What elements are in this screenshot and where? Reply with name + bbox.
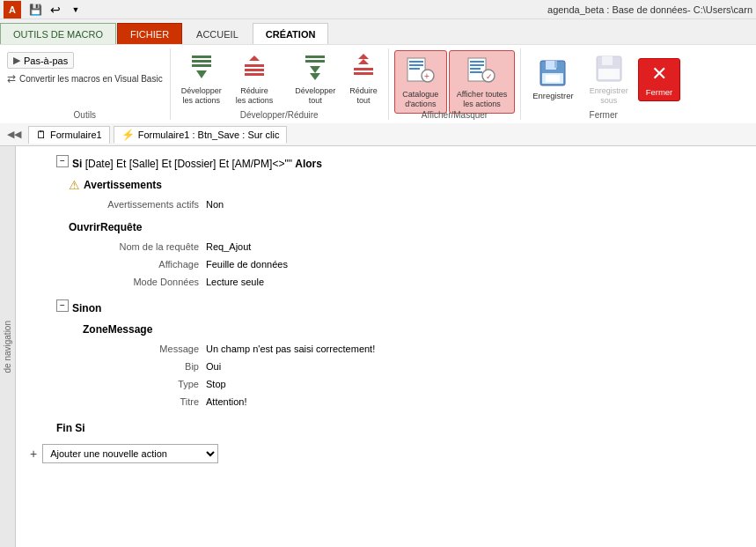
enregistrer-sous-button[interactable]: Enregistrersous [584,50,635,110]
main-area: de navigation − Si [Date] Et [Salle] Et … [0,146,756,547]
ribbon-group-dev-red: Développerles actions Réduireles actions [171,48,389,120]
developper-tout-button[interactable]: Développertout [290,50,341,109]
svg-rect-2 [192,64,211,67]
tab-btn-save[interactable]: ⚡ Formulaire1 : Btn_Save : Sur clic [114,126,288,144]
message-row: Message Un champ n'est pas saisi correct… [30,340,742,358]
svg-marker-3 [196,70,207,78]
afficher-toutes-actions-button[interactable]: ✓ Afficher toutesles actions [449,50,515,114]
add-action-plus-btn[interactable]: + [30,447,37,461]
enregistrer-button[interactable]: Enregistrer [526,55,579,105]
reduire-tout-button[interactable]: Réduiretout [344,50,383,109]
catalogue-actions-button[interactable]: + Catalogued'actions [394,50,447,114]
pas-a-pas-button[interactable]: ▶ Pas-à-pas [7,52,74,69]
sinon-expand-btn[interactable]: − [56,299,69,312]
macro-editor[interactable]: − Si [Date] Et [Salle] Et [Dossier] Et [… [16,146,756,547]
ouvrir-requete-block: OuvrirRequête Nom de la requête Req_Ajou… [30,218,742,291]
type-row: Type Stop [30,375,742,393]
svg-rect-31 [554,61,557,68]
avertissements-label: Avertissements [84,176,162,194]
formulaire1-tab-icon: 🗒 [36,129,47,141]
si-expand-btn[interactable]: − [56,155,69,167]
app-logo: A [4,1,21,18]
zone-message-block: ZoneMessage Message Un champ n'est pas s… [30,321,742,410]
svg-rect-25 [470,68,481,70]
formula-bar: ◀◀ 🗒 Formulaire1 ⚡ Formulaire1 : Btn_Sav… [0,123,756,146]
message-value: Un champ n'est pas saisi correctement! [206,340,375,358]
nav-arrow-left[interactable]: ◀◀ [4,129,25,140]
message-label: Message [30,340,206,358]
svg-rect-7 [245,73,264,76]
titre-label: Titre [30,393,206,410]
avertissements-header: ⚠ Avertissements [30,176,742,194]
fermer-label: Fermer [646,87,673,97]
si-condition: [Date] Et [Salle] Et [Dossier] Et [AM/PM… [82,155,295,173]
convertir-label: Convertir les macros en Visual Basic [19,74,163,84]
tab-fichier[interactable]: FICHIER [117,23,182,44]
developper-tout-icon [304,54,327,85]
developper-actions-icon [190,54,213,85]
svg-rect-6 [245,69,264,71]
avertissements-actifs-value: Non [206,196,224,213]
type-value: Stop [206,375,226,393]
add-action-select[interactable]: Ajouter une nouvelle action [42,444,218,463]
tab-creation-label: CRÉATION [266,29,316,40]
tab-accueil[interactable]: ACCUEIL [183,23,252,44]
enregistrer-label: Enregistrer [532,91,573,100]
svg-text:✓: ✓ [486,72,493,81]
svg-rect-37 [602,70,616,78]
catalogue-icon: + [405,55,437,88]
nom-requete-row: Nom de la requête Req_Ajout [30,238,742,255]
ribbon-group-afficher: + Catalogued'actions ✓ [389,48,521,120]
convertir-button[interactable]: ⇄ Convertir les macros en Visual Basic [7,72,163,85]
side-nav-label: de navigation [3,321,12,373]
fermer-icon: ✕ [651,63,667,85]
si-keyword: Si [72,155,82,173]
tab-creation[interactable]: CRÉATION [253,23,329,44]
tab-formulaire1[interactable]: 🗒 Formulaire1 [28,126,110,144]
convertir-icon: ⇄ [7,72,16,85]
svg-rect-23 [470,61,484,63]
svg-rect-8 [305,55,325,58]
btn-save-tab-label: Formulaire1 : Btn_Save : Sur clic [138,129,280,140]
svg-rect-17 [409,61,423,63]
developper-actions-button[interactable]: Développerles actions [176,50,227,109]
save-qat-btn[interactable]: 💾 [26,1,44,18]
catalogue-label: Catalogued'actions [402,90,438,109]
mode-donnees-value: Lecture seule [206,273,264,291]
bip-value: Oui [206,358,221,375]
mode-donnees-row: Mode Données Lecture seule [30,273,742,291]
svg-rect-19 [409,68,420,70]
avertissements-actifs-row: Avertissements actifs Non [30,196,742,213]
enregistrer-icon [539,59,567,89]
nom-requete-value: Req_Ajout [206,238,251,255]
titre-row: Titre Attention! [30,393,742,410]
svg-rect-0 [192,55,211,58]
titre-value: Attention! [206,393,246,410]
reduire-actions-button[interactable]: Réduireles actions [231,50,279,109]
svg-marker-12 [358,54,369,59]
undo-qat-btn[interactable]: ↩ [47,1,64,18]
svg-rect-24 [470,64,484,66]
title-bar: A 💾 ↩ ▼ agenda_beta : Base de données- C… [0,0,756,19]
developper-actions-label: Développerles actions [181,86,222,106]
quick-access-toolbar: 💾 ↩ ▼ [26,1,84,18]
svg-rect-1 [192,60,211,63]
svg-marker-4 [249,55,260,61]
afficher-icon: ✓ [466,55,497,88]
formulaire1-tab-label: Formulaire1 [50,129,102,140]
ouvrir-requete-header: OuvrirRequête [30,218,742,236]
tab-macro-tools-label: OUTILS DE MACRO [13,29,103,40]
type-label: Type [30,375,206,393]
svg-rect-9 [305,60,325,63]
fin-si-keyword: Fin Si [56,419,85,437]
fermer-button[interactable]: ✕ Fermer [638,58,681,101]
reduire-tout-icon [352,54,375,85]
pas-a-pas-label: Pas-à-pas [24,55,68,66]
side-navigation: de navigation [0,146,16,547]
tab-accueil-label: ACCUEIL [196,29,239,40]
tab-fichier-label: FICHIER [130,29,169,40]
undo-dropdown-btn[interactable]: ▼ [67,1,84,18]
tab-macro-tools[interactable]: OUTILS DE MACRO [0,23,116,44]
title-text: agenda_beta : Base de données- C:\Users\… [547,4,752,15]
si-line: − Si [Date] Et [Salle] Et [Dossier] Et [… [30,155,742,173]
